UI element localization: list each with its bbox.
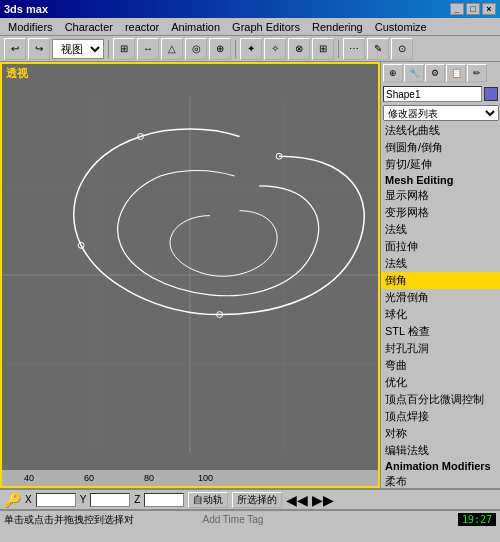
modifier-dropdown[interactable]: 修改器列表 xyxy=(383,105,499,121)
viewport-drawing xyxy=(2,64,378,486)
z-label: Z xyxy=(134,494,140,505)
modifier-item[interactable]: 柔布 xyxy=(381,473,500,488)
tb-btn-11[interactable]: ✎ xyxy=(367,38,389,60)
z-input[interactable] xyxy=(144,493,184,507)
modifier-item[interactable]: 变形网格 xyxy=(381,204,500,221)
right-tool-btn-3[interactable]: ⚙ xyxy=(425,64,445,82)
tb-btn-4[interactable]: ◎ xyxy=(185,38,207,60)
modifier-item[interactable]: 剪切/延伸 xyxy=(381,156,500,173)
menu-modifiers[interactable]: Modifiers xyxy=(2,20,59,34)
menu-customize[interactable]: Customize xyxy=(369,20,433,34)
status-text: 单击或点击并拖拽控到选择对 xyxy=(4,513,198,527)
right-tool-btn-5[interactable]: ✏ xyxy=(467,64,487,82)
menu-animation[interactable]: Animation xyxy=(165,20,226,34)
tb-btn-10[interactable]: ⋯ xyxy=(343,38,365,60)
modifier-dropdown-row: 修改器列表 xyxy=(381,104,500,122)
y-input[interactable] xyxy=(90,493,130,507)
tb-btn-12[interactable]: ⊙ xyxy=(391,38,413,60)
shape-name-row xyxy=(381,84,500,104)
modifier-item[interactable]: 法线 xyxy=(381,221,500,238)
next-frame-button[interactable]: ▶▶ xyxy=(312,492,334,508)
modifier-item[interactable]: 光滑倒角 xyxy=(381,289,500,306)
main-area: 透视 40 60 80 100 xyxy=(0,62,500,488)
modifier-section-header: Animation Modifiers xyxy=(381,459,500,473)
tb-btn-2[interactable]: ↔ xyxy=(137,38,159,60)
modifier-item[interactable]: 弯曲 xyxy=(381,357,500,374)
app-title: 3ds max xyxy=(4,3,48,15)
modifier-item[interactable]: 法线化曲线 xyxy=(381,122,500,139)
bottom-area: 🔑 X Y Z 自动轨 所选择的 ◀◀ ▶▶ 单击或点击并拖拽控到选择对 Add… xyxy=(0,488,500,542)
modifier-item[interactable]: 优化 xyxy=(381,374,500,391)
tb-btn-8[interactable]: ⊗ xyxy=(288,38,310,60)
separator-1 xyxy=(108,40,109,58)
main-toolbar: ↩ ↪ 视图 ⊞ ↔ △ ◎ ⊕ ✦ ✧ ⊗ ⊞ ⋯ ✎ ⊙ xyxy=(0,36,500,62)
right-panel: ⊕ 🔧 ⚙ 📋 ✏ 修改器列表 法线化曲线倒圆角/倒角剪切/延伸Mesh Edi… xyxy=(380,62,500,488)
modifier-item[interactable]: 法线 xyxy=(381,255,500,272)
bottom-controls: 🔑 X Y Z 自动轨 所选择的 ◀◀ ▶▶ xyxy=(0,490,500,510)
selected-button[interactable]: 所选择的 xyxy=(232,492,282,508)
prev-frame-button[interactable]: ◀◀ xyxy=(286,492,308,508)
viewport[interactable]: 透视 40 60 80 100 xyxy=(0,62,380,488)
modifier-item[interactable]: STL 检查 xyxy=(381,323,500,340)
modifier-item[interactable]: 球化 xyxy=(381,306,500,323)
title-bar: 3ds max _ □ × xyxy=(0,0,500,18)
modifier-item[interactable]: 显示网格 xyxy=(381,187,500,204)
modifier-item[interactable]: 倒圆角/倒角 xyxy=(381,139,500,156)
right-tool-btn-4[interactable]: 📋 xyxy=(446,64,466,82)
tb-btn-5[interactable]: ⊕ xyxy=(209,38,231,60)
redo-button[interactable]: ↪ xyxy=(28,38,50,60)
maximize-button[interactable]: □ xyxy=(466,3,480,15)
right-tool-btn-1[interactable]: ⊕ xyxy=(383,64,403,82)
tb-btn-1[interactable]: ⊞ xyxy=(113,38,135,60)
undo-button[interactable]: ↩ xyxy=(4,38,26,60)
viewport-ruler: 40 60 80 100 xyxy=(2,470,378,486)
tb-btn-9[interactable]: ⊞ xyxy=(312,38,334,60)
view-dropdown[interactable]: 视图 xyxy=(52,39,104,59)
tb-btn-7[interactable]: ✧ xyxy=(264,38,286,60)
modifier-item[interactable]: 编辑法线 xyxy=(381,442,500,459)
menu-reactor[interactable]: reactor xyxy=(119,20,165,34)
modifier-item[interactable]: 顶点焊接 xyxy=(381,408,500,425)
auto-key-button[interactable]: 自动轨 xyxy=(188,492,228,508)
right-tool-btn-2[interactable]: 🔧 xyxy=(404,64,424,82)
y-label: Y xyxy=(80,494,87,505)
shape-name-input[interactable] xyxy=(383,86,482,102)
key-icon: 🔑 xyxy=(4,492,21,508)
close-button[interactable]: × xyxy=(482,3,496,15)
minimize-button[interactable]: _ xyxy=(450,3,464,15)
modifier-section-header: Mesh Editing xyxy=(381,173,500,187)
x-input[interactable] xyxy=(36,493,76,507)
modifier-item[interactable]: 对称 xyxy=(381,425,500,442)
separator-3 xyxy=(338,40,339,58)
menu-bar: Modifiers Character reactor Animation Gr… xyxy=(0,18,500,36)
menu-rendering[interactable]: Rendering xyxy=(306,20,369,34)
time-display: 19:27 xyxy=(458,513,496,526)
title-bar-controls: _ □ × xyxy=(450,3,496,15)
menu-character[interactable]: Character xyxy=(59,20,119,34)
tb-btn-3[interactable]: △ xyxy=(161,38,183,60)
modifier-item[interactable]: 面拉伸 xyxy=(381,238,500,255)
right-toolbar: ⊕ 🔧 ⚙ 📋 ✏ xyxy=(381,62,500,84)
x-label: X xyxy=(25,494,32,505)
tb-btn-6[interactable]: ✦ xyxy=(240,38,262,60)
menu-graph-editors[interactable]: Graph Editors xyxy=(226,20,306,34)
right-toolbar-row: ⊕ 🔧 ⚙ 📋 ✏ xyxy=(383,64,498,82)
separator-2 xyxy=(235,40,236,58)
modifier-item[interactable]: 倒角 xyxy=(381,272,500,289)
add-time-tag-label: Add Time Tag xyxy=(202,514,263,525)
modifier-item[interactable]: 顶点百分比微调控制 xyxy=(381,391,500,408)
modifier-item[interactable]: 封孔孔洞 xyxy=(381,340,500,357)
modifier-list[interactable]: 法线化曲线倒圆角/倒角剪切/延伸Mesh Editing显示网格变形网格法线面拉… xyxy=(381,122,500,488)
shape-color-box[interactable] xyxy=(484,87,498,101)
status-bar: 单击或点击并拖拽控到选择对 Add Time Tag 19:27 xyxy=(0,510,500,528)
